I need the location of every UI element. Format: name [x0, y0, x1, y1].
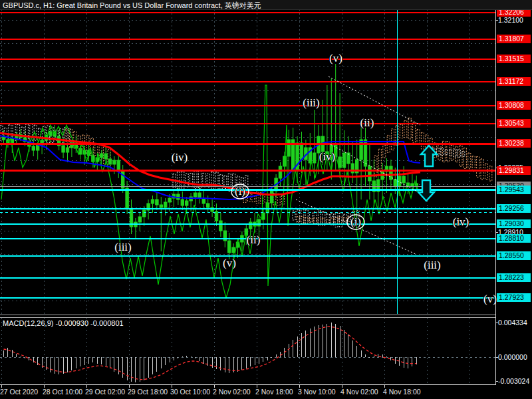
ghost-bar: [252, 193, 255, 202]
candle-body: [279, 166, 281, 178]
candle-body: [271, 191, 273, 203]
candle-body: [194, 193, 196, 197]
ghost-bar: [413, 122, 416, 142]
candle-body: [164, 202, 167, 207]
candle-body: [151, 200, 154, 203]
ghost-bar: [400, 124, 402, 138]
macd-indicator-label: MACD(12,26,9) -0.000930 -0.000801: [3, 319, 124, 327]
candle-body: [104, 154, 107, 159]
candle-body: [219, 221, 222, 231]
support-price-badge: 1.28810: [497, 234, 531, 243]
candle-body: [360, 140, 362, 160]
macd-tick: [495, 381, 498, 382]
time-label: 2 Nov 02:00: [213, 388, 251, 396]
candle-body: [108, 159, 111, 164]
candle-body: [347, 153, 350, 164]
support-price-badge: 1.28223: [497, 273, 531, 282]
ghost-bar: [344, 214, 346, 224]
candle-body: [228, 241, 231, 253]
ghost-bar: [472, 156, 475, 172]
candle-body: [113, 160, 116, 164]
candle-body: [411, 184, 414, 186]
time-label: 3 Nov 10:00: [298, 388, 336, 396]
title-bar: GBPUSD.c, H1: Great Britain Pound vs US …: [0, 0, 532, 10]
support-price-badge: 1.27923: [497, 293, 531, 302]
time-label: 27 Oct 2020: [0, 388, 38, 396]
time-label: 2 Nov 18:00: [255, 388, 293, 396]
support-price-badge: 1.29256: [497, 204, 531, 213]
candle-body: [143, 210, 146, 217]
oscillator-line: [1, 85, 419, 298]
wave-label: (i): [235, 185, 245, 198]
wave-label: (i): [350, 215, 361, 229]
ghost-bar: [451, 145, 454, 160]
resistance-price-badge: 1.30238: [497, 139, 531, 148]
time-label: 4 Nov 18:00: [383, 388, 421, 396]
wave-label: (ii): [247, 233, 261, 247]
wave-label: (iv): [453, 215, 469, 229]
support-price-badge: 1.28550: [497, 251, 531, 260]
candle-body: [138, 217, 141, 222]
candle-body: [156, 200, 158, 205]
price-axis-border: [495, 9, 496, 384]
wave-label: (iii): [303, 96, 320, 110]
candle-body: [368, 166, 371, 181]
candle-body: [287, 140, 290, 156]
ghost-bar: [310, 213, 313, 222]
ghost-bar: [383, 145, 386, 158]
ghost-bar: [481, 159, 483, 180]
panel-splitter[interactable]: [0, 315, 495, 315]
time-label: 29 Oct 02:00: [85, 388, 125, 396]
price-tick-label: 1.32100: [498, 16, 523, 24]
ghost-bar: [454, 149, 456, 157]
candle-body: [49, 132, 52, 136]
candle-body: [202, 198, 205, 203]
ghost-bar: [392, 129, 394, 150]
wave-label: (v): [329, 52, 342, 65]
macd-axis-label: 0.000000: [498, 353, 527, 361]
macd-axis-label: -0.003024: [498, 377, 529, 385]
macd-tick: [495, 323, 498, 323]
ghost-bar: [322, 218, 325, 224]
candle-body: [402, 176, 405, 183]
panel-splitter-edge: [0, 317, 495, 318]
candle-body: [160, 205, 162, 207]
ghost-bar: [477, 157, 479, 178]
macd-signal-line: [4, 327, 417, 379]
candle-body: [37, 145, 39, 150]
price-axis[interactable]: [495, 9, 532, 384]
candle-body: [168, 198, 171, 202]
candle-body: [181, 200, 184, 205]
ghost-bar: [182, 172, 184, 190]
support-price-badge: 1.29030: [497, 219, 531, 228]
candle-body: [177, 194, 180, 200]
ghost-bar: [464, 148, 466, 169]
ghost-bar: [378, 149, 381, 168]
candle-body: [207, 203, 209, 207]
candle-body: [126, 188, 128, 209]
resistance-price-badge: 1.31807: [497, 35, 531, 43]
resistance-price-badge: 1.31515: [497, 55, 531, 63]
candle-body: [66, 148, 68, 152]
price-tick: [495, 20, 498, 21]
candle-body: [342, 153, 345, 168]
resistance-price-badge: 1.30808: [497, 101, 531, 110]
candle-body: [215, 211, 217, 221]
candle-body: [313, 153, 316, 163]
wave-label: (ii): [360, 116, 374, 130]
time-axis-border: [0, 384, 496, 385]
wave-label: (v): [483, 293, 497, 306]
ghost-bar: [374, 156, 377, 177]
wave-label: (iii): [424, 259, 441, 272]
time-label: 4 Nov 02:00: [340, 388, 378, 396]
candle-body: [300, 143, 303, 160]
candle-body: [394, 180, 396, 186]
ghost-bar: [215, 172, 218, 190]
candle-body: [100, 154, 103, 158]
wave-label: (iv): [172, 151, 188, 164]
resistance-price-badge: 1.31172: [497, 77, 531, 86]
macd-tick: [495, 357, 498, 358]
time-label: 28 Oct 10:00: [43, 388, 82, 396]
ghost-bar: [489, 166, 492, 181]
wave-label: (v): [223, 257, 236, 270]
